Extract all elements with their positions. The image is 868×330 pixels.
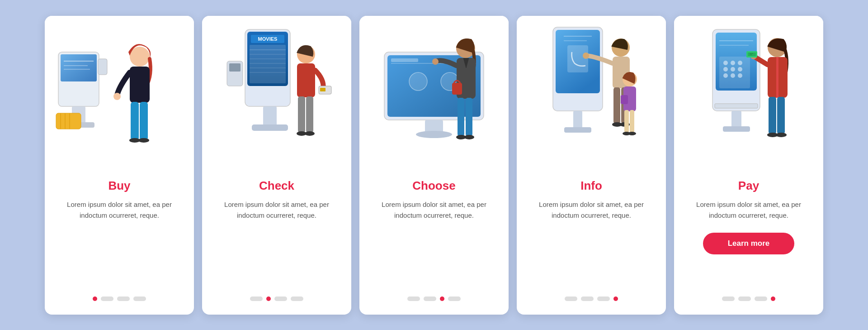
svg-point-58	[464, 135, 474, 139]
svg-rect-107	[748, 53, 756, 56]
dot-1	[250, 297, 263, 301]
card-choose-title: Choose	[412, 179, 455, 193]
svg-rect-31	[263, 106, 277, 127]
svg-rect-9	[56, 113, 81, 129]
dot-3	[597, 297, 610, 301]
svg-point-87	[723, 67, 728, 72]
dot-2	[738, 297, 751, 301]
svg-text:MOVIES: MOVIES	[258, 36, 278, 42]
svg-rect-80	[621, 95, 628, 104]
svg-rect-38	[306, 96, 313, 133]
card-info-dots	[565, 297, 618, 301]
svg-rect-37	[298, 96, 305, 133]
card-info-illustration	[517, 16, 666, 170]
svg-point-104	[776, 133, 787, 137]
svg-point-19	[113, 93, 121, 100]
card-choose-illustration	[359, 16, 509, 170]
svg-rect-65	[573, 111, 582, 129]
svg-rect-16	[140, 102, 148, 140]
card-info-text: Lorem ipsum dolor sit amet, ea per indoc…	[529, 199, 653, 221]
svg-point-73	[583, 53, 589, 59]
dot-1	[565, 297, 577, 301]
card-check-dots	[250, 297, 303, 301]
svg-rect-66	[564, 127, 591, 133]
svg-rect-6	[98, 59, 107, 75]
card-choose-text: Lorem ipsum dolor sit amet, ea per indoc…	[372, 199, 496, 221]
svg-rect-24	[250, 45, 286, 83]
dot-2	[266, 297, 271, 301]
svg-rect-55	[458, 98, 464, 136]
svg-rect-43	[320, 88, 326, 91]
dot-2	[581, 297, 594, 301]
svg-point-91	[731, 73, 735, 78]
svg-point-85	[731, 61, 735, 65]
card-choose: Choose Lorem ipsum dolor sit amet, ea pe…	[359, 16, 509, 315]
svg-rect-95	[731, 111, 741, 128]
svg-rect-76	[624, 110, 629, 133]
svg-rect-62	[567, 45, 588, 72]
svg-rect-32	[252, 124, 288, 131]
card-info: Info Lorem ipsum dolor sit amet, ea per …	[517, 16, 666, 315]
card-pay-content: Pay Lorem ipsum dolor sit amet, ea per i…	[674, 170, 823, 315]
svg-point-84	[723, 61, 728, 65]
svg-rect-101	[769, 97, 776, 134]
svg-point-90	[723, 73, 728, 78]
dot-4	[291, 297, 303, 301]
card-pay-dots	[722, 297, 775, 301]
card-pay: Pay Lorem ipsum dolor sit amet, ea per i…	[674, 16, 823, 315]
card-info-content: Info Lorem ipsum dolor sit amet, ea per …	[517, 170, 666, 315]
svg-point-92	[738, 73, 742, 78]
svg-point-86	[738, 61, 742, 65]
svg-rect-36	[297, 63, 315, 97]
dot-3	[117, 297, 130, 301]
svg-rect-102	[777, 97, 785, 134]
svg-rect-100	[776, 57, 778, 98]
svg-point-18	[138, 138, 149, 143]
dot-1	[93, 297, 97, 301]
card-check-content: Check Lorem ipsum dolor sit amet, ea per…	[202, 170, 351, 315]
svg-rect-14	[130, 67, 150, 103]
dot-2	[424, 297, 436, 301]
svg-rect-56	[466, 98, 472, 136]
cards-container: Buy Lorem ipsum dolor sit amet, ea per i…	[27, 2, 841, 328]
dot-3	[274, 297, 287, 301]
card-check-title: Check	[259, 179, 294, 193]
card-buy: Buy Lorem ipsum dolor sit amet, ea per i…	[45, 16, 194, 315]
card-check-text: Lorem ipsum dolor sit amet, ea per indoc…	[215, 199, 339, 221]
svg-rect-49	[391, 58, 418, 62]
svg-point-51	[416, 131, 452, 138]
card-buy-text: Lorem ipsum dolor sit amet, ea per indoc…	[57, 199, 181, 221]
card-check-illustration: MOVIES	[202, 16, 351, 170]
dot-2	[101, 297, 113, 301]
svg-rect-96	[723, 126, 750, 132]
card-choose-dots	[407, 297, 461, 301]
svg-point-88	[731, 67, 735, 72]
dot-3	[440, 297, 444, 301]
card-buy-dots	[93, 297, 146, 301]
dot-4	[133, 297, 146, 301]
dot-4	[448, 297, 461, 301]
card-buy-illustration	[45, 16, 194, 170]
svg-rect-83	[719, 57, 750, 88]
svg-point-89	[738, 67, 742, 72]
dot-1	[407, 297, 420, 301]
learn-more-button[interactable]: Learn more	[703, 233, 795, 254]
dot-1	[722, 297, 735, 301]
svg-rect-34	[229, 63, 241, 72]
dot-4	[771, 297, 775, 301]
svg-rect-97	[715, 104, 758, 108]
card-check: MOVIES	[202, 16, 351, 315]
card-pay-title: Pay	[738, 179, 759, 193]
svg-point-40	[305, 131, 315, 136]
card-pay-text: Lorem ipsum dolor sit amet, ea per indoc…	[687, 199, 811, 221]
card-buy-content: Buy Lorem ipsum dolor sit amet, ea per i…	[45, 170, 194, 315]
card-choose-content: Choose Lorem ipsum dolor sit amet, ea pe…	[359, 170, 509, 315]
svg-rect-69	[613, 87, 620, 124]
svg-point-46	[409, 72, 427, 91]
dot-4	[613, 297, 618, 301]
dot-3	[755, 297, 767, 301]
svg-rect-77	[630, 110, 634, 133]
svg-rect-54	[452, 83, 462, 95]
card-buy-title: Buy	[108, 179, 130, 193]
card-info-title: Info	[580, 179, 602, 193]
